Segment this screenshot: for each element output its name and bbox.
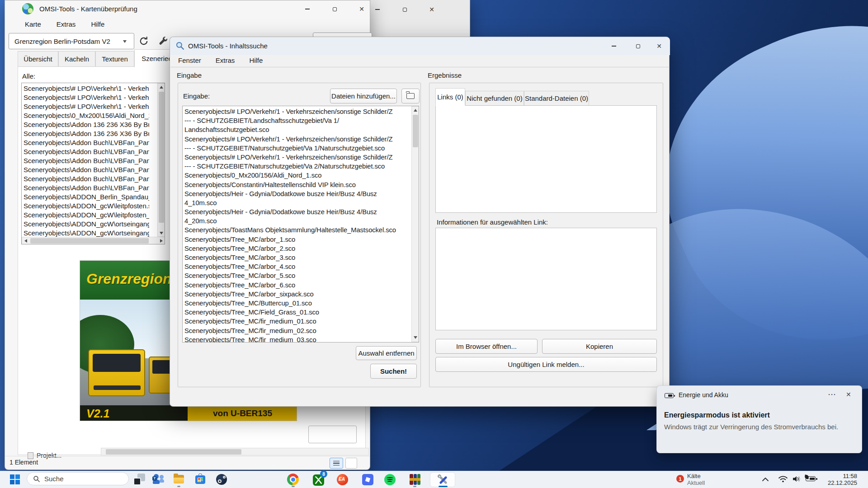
browse-folder-button[interactable] [401,89,420,103]
bottom-field-fragment[interactable] [308,426,357,443]
steam-button[interactable] [216,474,227,485]
view-toggle-list[interactable] [330,458,343,469]
weather-widget[interactable]: Kälte Aktuell [687,473,705,486]
ea-app-button[interactable]: EA [337,474,349,485]
input-listbox[interactable]: Sceneryobjects/# LPO/Verkehr/1 - Verkehr… [182,106,419,343]
minimize-button[interactable] [297,1,318,17]
menu-fenster[interactable]: Fenster [174,56,206,65]
refresh-button[interactable] [138,36,151,47]
list-item[interactable]: Sceneryobjects\ADDON_Berlin_Spandau_M&Z\… [22,192,149,202]
wifi-button[interactable] [778,475,788,485]
view-toggle-grid[interactable] [345,458,357,469]
list-line[interactable]: Sceneryobjects/Tree_MC/arbor_4.sco [183,262,409,271]
list-line[interactable]: 4_20m.sco [183,216,409,225]
maximize-button[interactable] [394,1,415,18]
list-item[interactable]: Sceneryobjects\Addon Buch\LVBFan_Pankow … [22,165,149,174]
close-button[interactable]: ✕ [421,1,442,18]
list-line[interactable]: Sceneryobjects/Tree_MC/arbor_sixpack.sco [183,290,409,299]
maximize-button[interactable] [627,38,648,54]
tab-kacheln[interactable]: Kacheln [58,51,95,67]
list-line[interactable]: Sceneryobjects/Tree_MC/arbor_3.sco [183,253,409,262]
tab-standard-dateien[interactable]: Standard-Dateien (0) [524,91,589,106]
list-item[interactable]: Sceneryobjects\Addon Buch\LVBFan_Pankow … [22,138,149,147]
copy-button[interactable]: Kopieren [542,339,657,354]
list-line[interactable]: Sceneryobjects/# LPO/Verkehr/1 - Verkehr… [183,107,409,116]
panel-horizontal-scrollbar[interactable] [101,448,369,455]
scroll-up-icon[interactable] [414,109,417,112]
volume-button[interactable] [792,475,802,485]
menu-extras[interactable]: Extras [211,56,240,65]
open-browser-button[interactable]: Im Browser öffnen... [435,339,538,354]
maximize-button[interactable] [324,1,345,17]
list-line[interactable]: Sceneryobjects/# LPO/Verkehr/1 - Verkehr… [183,153,409,162]
tab-links[interactable]: Links (0) [435,88,465,106]
close-button[interactable]: ✕ [351,1,372,17]
list-line[interactable]: --- - SCHUTZGEBIET/Naturschutzgebiet/Va … [183,144,409,153]
horizontal-scrollbar[interactable] [22,237,165,244]
close-icon[interactable]: ✕ [846,391,851,398]
info-textbox[interactable] [435,228,657,330]
file-explorer-button[interactable] [173,474,185,485]
list-item[interactable]: Sceneryobjects\Addon Buch\LVBFan_Pankow … [22,183,149,192]
side-item-label[interactable]: Projekt... [37,452,61,459]
list-line[interactable]: Sceneryobjects/0_Mx200/156/Aldi_Nord_1.s… [183,171,409,180]
horizontal-scrollbar-thumb[interactable] [30,238,149,244]
remove-selection-button[interactable]: Auswahl entfernen [356,346,417,360]
tray-chevron-button[interactable] [761,476,769,484]
notification-energie-und-akku[interactable]: Energie und Akku ⋯ ✕ Energiesparmodus is… [656,385,862,453]
list-line[interactable]: Sceneryobjects/# LPO/Verkehr/1 - Verkehr… [183,135,409,144]
minimize-button[interactable] [604,38,624,54]
winrar-button[interactable] [409,474,421,485]
window-inhaltssuche[interactable]: OMSI-Tools - Inhaltssuche ✕ Fenster Extr… [170,37,670,407]
scenery-listbox[interactable]: Sceneryobjects\# LPO\Verkehr\1 - Verkehr… [21,83,165,244]
vertical-scrollbar[interactable] [411,106,419,342]
menu-karte[interactable]: Karte [20,19,46,29]
list-item[interactable]: Sceneryobjects\# LPO\Verkehr\1 - Verkehr… [22,84,149,93]
list-item[interactable]: Sceneryobjects\ADDON_gcW\leitpfosten.sco [22,202,149,211]
list-item[interactable]: Sceneryobjects\Addon Buch\LVBFan_Pankow … [22,174,149,183]
list-item[interactable]: Sceneryobjects\Addon Buch\LVBFan_Pankow … [22,147,149,156]
tab-nicht-gefunden[interactable]: Nicht gefunden (0) [465,91,524,106]
list-line[interactable]: Sceneryobjects/Tree_MC/arbor_2.sco [183,244,409,253]
list-item[interactable]: Sceneryobjects\ADDON_gcW\leitpfosten_gel… [22,211,149,220]
list-line[interactable]: Sceneryobjects/Constantin/Haltestellensc… [183,180,409,189]
list-line[interactable]: Sceneryobjects/Tree_MC/Field_Grass_01.sc… [183,308,409,317]
list-line[interactable]: --- - SCHUTZGEBIET/Naturschutzgebiet/Va … [183,162,409,171]
teams-button[interactable]: T [152,474,164,485]
list-line[interactable]: Sceneryobjects/Tree_MC/arbor_6.sco [183,281,409,290]
list-item[interactable]: Sceneryobjects\Addon Buch\LVBFan_Pankow … [22,156,149,165]
search-button[interactable]: Suchen! [370,364,417,379]
list-line[interactable]: Sceneryobjects/Tree_MC/fir_medium_01.sco [183,317,409,326]
vertical-scrollbar-thumb[interactable] [159,92,164,223]
results-listbox[interactable] [435,105,657,213]
spotify-button[interactable] [384,474,396,485]
list-item[interactable]: Sceneryobjects\Addon 136 236 X36 By BusD… [22,129,149,138]
list-line[interactable]: 4_10m.sco [183,198,409,207]
start-button[interactable] [10,474,20,485]
list-line[interactable]: Sceneryobjects/Tree_MC/fir_medium_02.sco [183,326,409,335]
roblox-button[interactable] [362,474,374,485]
close-button[interactable]: ✕ [649,38,670,54]
titlebar[interactable]: OMSI-Tools - Kartenüberprüfung ✕ [5,0,371,18]
menu-hilfe[interactable]: Hilfe [86,19,109,29]
task-view-button[interactable] [133,474,145,485]
list-line[interactable]: Sceneryobjects/ToastMans Objektsammlung/… [183,225,409,235]
list-item[interactable]: Sceneryobjects\ADDON_gcW\ortseingang_lan… [22,220,149,229]
xbox-button[interactable]: 8 [313,474,325,485]
scroll-down-icon[interactable] [160,232,163,235]
report-invalid-link-button[interactable]: Ungültigen Link melden... [435,357,657,372]
titlebar[interactable]: OMSI-Tools - Inhaltssuche ✕ [170,37,670,55]
vertical-scrollbar[interactable] [157,83,165,237]
list-line[interactable]: Sceneryobjects/Tree_MC/fir_medium_03.sco [183,335,409,343]
scroll-down-icon[interactable] [414,336,417,339]
vertical-scrollbar-thumb[interactable] [413,115,418,147]
omsi-tools-taskbar-button[interactable] [430,472,455,487]
list-line[interactable]: Sceneryobjects/Heir - Gdynia/Dodatkowe b… [183,189,409,198]
microsoft-store-button[interactable] [194,474,206,485]
list-line[interactable]: Sceneryobjects/Tree_MC/Buttercup_01.sco [183,299,409,308]
list-item[interactable]: Sceneryobjects\ADDON_gcW\ortseingang_wei… [22,229,149,237]
scroll-up-icon[interactable] [160,86,163,89]
menu-extras[interactable]: Extras [52,19,80,29]
list-line[interactable]: Sceneryobjects/Heir - Gdynia/Dodatkowe b… [183,207,409,216]
more-options-icon[interactable]: ⋯ [828,389,836,399]
